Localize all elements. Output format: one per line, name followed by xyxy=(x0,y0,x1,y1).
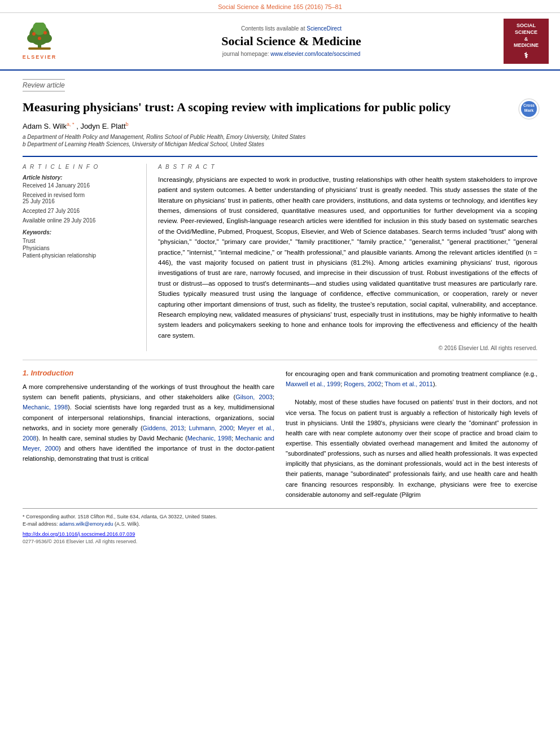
abstract-section-label: A B S T R A C T xyxy=(158,164,537,170)
homepage-url[interactable]: www.elsevier.com/locate/socscimed xyxy=(270,51,360,57)
doi-link[interactable]: http://dx.doi.org/10.1016/j.socscimed.20… xyxy=(23,531,135,537)
introduction-section: 1. Introduction A more comprehensive und… xyxy=(23,369,537,500)
ref-luhmann[interactable]: Luhmann, 2000 xyxy=(189,425,233,431)
svg-text:Cross: Cross xyxy=(523,103,535,107)
citation-bar: Social Science & Medicine 165 (2016) 75–… xyxy=(0,0,560,13)
keyword-relationship: Patient-physician relationship xyxy=(23,252,138,259)
intro-right-col: for encouraging open and frank communica… xyxy=(286,369,537,500)
article-body: A R T I C L E I N F O Article history: R… xyxy=(23,156,537,351)
intro-title-text: Introduction xyxy=(30,369,73,377)
citation-text: Social Science & Medicine 165 (2016) 75–… xyxy=(218,3,342,10)
svg-point-7 xyxy=(38,37,41,40)
svg-rect-8 xyxy=(28,47,51,50)
ref-gilson[interactable]: Gilson, 2003 xyxy=(235,394,273,400)
paper-title: Measuring physicians' trust: A scoping r… xyxy=(23,99,518,116)
footnote-section: * Corresponding author. 1518 Clifton Rd.… xyxy=(23,508,537,544)
journal-title: Social Science & Medicine xyxy=(79,34,504,49)
history-label: Article history: xyxy=(23,174,138,181)
author1-name: Adam S. Wilk xyxy=(23,122,67,130)
ref-rogers[interactable]: Rogers, 2002 xyxy=(344,381,381,387)
intro-section-title: 1. Introduction xyxy=(23,369,274,377)
sciencedirect-link[interactable]: ScienceDirect xyxy=(307,25,342,32)
elsevier-logo: ELSEVIER xyxy=(11,23,68,60)
ref-giddens[interactable]: Giddens, 2013 xyxy=(143,425,185,431)
svg-point-5 xyxy=(32,32,36,36)
ref-mechanic2[interactable]: Mechanic, 1998 xyxy=(187,435,231,442)
authors-line: Adam S. Wilka, * , Jodyn E. Plattb xyxy=(23,121,537,130)
issn-line: 0277-9536/© 2016 Elsevier Ltd. All right… xyxy=(23,539,537,544)
ref-mechanic-meyer[interactable]: Mechanic and Meyer, 2000 xyxy=(23,435,274,452)
email-link[interactable]: adams.wilk@emory.edu xyxy=(59,521,113,527)
corresponding-author: * Corresponding author. 1518 Clifton Rd.… xyxy=(23,513,537,521)
keywords-label: Keywords: xyxy=(23,229,138,235)
svg-point-2 xyxy=(27,34,38,43)
journal-logo-icon: ⚕ xyxy=(524,51,528,60)
intro-right-paragraph1: for encouraging open and frank communica… xyxy=(286,369,537,389)
elsevier-brand: ELSEVIER xyxy=(11,54,68,60)
author2-sup: b xyxy=(126,121,129,127)
journal-header: ELSEVIER Contents lists available at Sci… xyxy=(0,13,560,71)
svg-point-3 xyxy=(41,34,52,43)
received-date: Received 14 January 2016 xyxy=(23,182,138,189)
article-info-section-label: A R T I C L E I N F O xyxy=(23,164,138,170)
available-date: Available online 29 July 2016 xyxy=(23,217,138,224)
affiliation-a: a Department of Health Policy and Manage… xyxy=(23,134,537,140)
article-info-col: A R T I C L E I N F O Article history: R… xyxy=(23,164,147,351)
intro-left-paragraph: A more comprehensive understanding of th… xyxy=(23,382,274,464)
ref-maxwell[interactable]: Maxwell et al., 1999 xyxy=(286,381,340,387)
author2-name: , Jodyn E. Platt xyxy=(76,122,125,130)
keyword-physicians: Physicians xyxy=(23,245,138,251)
journal-logo-right: SOCIALSCIENCE&MEDICINE ⚕ xyxy=(504,19,549,64)
article-type-label: Review article xyxy=(23,79,65,91)
ref-mechanic1998[interactable]: Mechanic, 1998 xyxy=(23,404,68,410)
intro-right-paragraph2: Notably, most of these studies have focu… xyxy=(286,397,537,499)
abstract-text: Increasingly, physicians are expected to… xyxy=(158,174,537,340)
abstract-col: A B S T R A C T Increasingly, physicians… xyxy=(158,164,537,351)
section-divider xyxy=(23,360,537,360)
crossmark-badge: Cross Mark xyxy=(518,98,537,117)
svg-text:Mark: Mark xyxy=(524,108,533,112)
accepted-date: Accepted 27 July 2016 xyxy=(23,208,138,214)
revised-date: Received in revised form 25 July 2016 xyxy=(23,192,138,204)
email-line: E-mail address: adams.wilk@emory.edu (A.… xyxy=(23,521,537,528)
doi-line: http://dx.doi.org/10.1016/j.socscimed.20… xyxy=(23,531,537,537)
intro-left-col: 1. Introduction A more comprehensive und… xyxy=(23,369,274,500)
keyword-trust: Trust xyxy=(23,238,138,244)
svg-point-6 xyxy=(43,31,47,34)
journal-homepage: journal homepage: www.elsevier.com/locat… xyxy=(79,51,504,57)
main-content: Review article Measuring physicians' tru… xyxy=(0,71,560,553)
affiliation-b: b Department of Learning Health Sciences… xyxy=(23,141,537,147)
sciencedirect-line: Contents lists available at ScienceDirec… xyxy=(79,25,504,32)
copyright-line: © 2016 Elsevier Ltd. All rights reserved… xyxy=(158,345,537,351)
author1-sup: a, * xyxy=(67,121,75,127)
journal-center: Contents lists available at ScienceDirec… xyxy=(79,25,504,57)
title-row: Measuring physicians' trust: A scoping r… xyxy=(23,95,537,121)
ref-thom[interactable]: Thom et al., 2011 xyxy=(384,381,433,387)
journal-logo-text: SOCIALSCIENCE&MEDICINE xyxy=(514,23,539,49)
elsevier-tree-icon xyxy=(23,23,56,51)
